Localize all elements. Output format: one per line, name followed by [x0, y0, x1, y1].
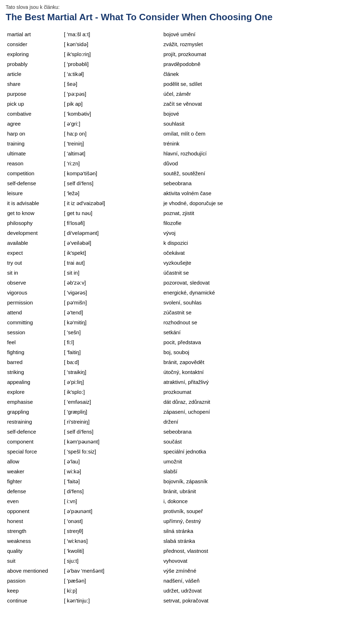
word-cell: striking: [6, 367, 63, 377]
phonetic-cell: [ ə'piːliŋ]: [63, 377, 162, 387]
phonetic-cell: [ 'pəːpəs]: [63, 89, 162, 99]
word-cell: expect: [6, 248, 63, 258]
word-cell: weakness: [6, 536, 63, 546]
phonetic-cell: [ fi'losəfi]: [63, 218, 162, 228]
phonetic-cell: [ pik ap]: [63, 99, 162, 109]
phonetic-cell: [ 'onəst]: [63, 516, 162, 526]
phonetic-cell: [ wiːkə]: [63, 467, 162, 477]
phonetic-cell: [ iːvn]: [63, 496, 162, 506]
phonetic-cell: [ ə'lau]: [63, 457, 162, 467]
table-row: consider[ kən'sidə]zvážit, rozmyslet: [6, 39, 335, 49]
translation-cell: útočný, kontaktní: [162, 367, 335, 377]
table-row: session[ 'sešn]setkání: [6, 327, 335, 337]
word-cell: allow: [6, 457, 63, 467]
phonetic-cell: [ ə'veiləbəl]: [63, 238, 162, 248]
word-cell: share: [6, 79, 63, 89]
phonetic-cell: [ sit in]: [63, 268, 162, 278]
word-cell: defense: [6, 486, 63, 496]
translation-cell: bojové umění: [162, 29, 335, 39]
phonetic-cell: [ 'sešn]: [63, 327, 162, 337]
word-cell: attend: [6, 308, 63, 318]
phonetic-cell: [ 'straikiŋ]: [63, 367, 162, 377]
phonetic-cell: [ fiːl]: [63, 337, 162, 347]
table-row: development[ di'veləpmənt]vývoj: [6, 228, 335, 238]
table-row: share[ šeə]podělit se, sdílet: [6, 79, 335, 89]
table-row: get to know[ get tu nəu]poznat, zjistit: [6, 208, 335, 218]
table-row: explore[ ik'sploː] prozkoumat: [6, 387, 335, 397]
word-cell: try out: [6, 258, 63, 268]
vocab-table: martial art[ 'maːšl aːt]bojové uměnícons…: [6, 29, 335, 606]
phonetic-cell: [ 'ležə]: [63, 188, 162, 198]
word-cell: consider: [6, 39, 63, 49]
translation-cell: bojovník, zápasník: [162, 477, 335, 486]
table-row: weaker[ wiːkə]slabší: [6, 467, 335, 477]
word-cell: explore: [6, 387, 63, 397]
word-cell: emphasise: [6, 397, 63, 407]
word-cell: ultimate: [6, 149, 63, 159]
translation-cell: energické, dynamické: [162, 288, 335, 298]
table-row: observe[ əb'zəːv]pozorovat, sledovat: [6, 278, 335, 288]
translation-cell: hlavní, rozhodující: [162, 149, 335, 159]
translation-cell: držení: [162, 417, 335, 427]
phonetic-cell: [ 'aːtikəl]: [63, 69, 162, 79]
table-row: probably[ 'probəbli]pravděpodobně: [6, 59, 335, 69]
table-row: continue[ kən'tinjuː]setrvat, pokračovat: [6, 596, 335, 606]
phonetic-cell: [ it iz əd'vaizəbəl]: [63, 198, 162, 208]
word-cell: article: [6, 69, 63, 79]
table-row: it is advisable[ it iz əd'vaizəbəl]je vh…: [6, 198, 335, 208]
phonetic-cell: [ 'græpliŋ]: [63, 407, 162, 417]
phonetic-cell: [ 'vigərəs]: [63, 288, 162, 298]
translation-cell: udržet, udržovat: [162, 586, 335, 596]
translation-cell: bránit, ubránit: [162, 486, 335, 496]
table-row: competition[ kompə'tišən]soutěž, soutěže…: [6, 169, 335, 178]
table-row: barred[ baːd]bránit, zapovědět: [6, 357, 335, 367]
table-row: passion[ 'pæšən]nadšení, vášeň: [6, 576, 335, 586]
phonetic-cell: [ ri'streiniŋ]: [63, 417, 162, 427]
word-cell: pick up: [6, 99, 63, 109]
translation-cell: účastnit se: [162, 268, 335, 278]
word-cell: leisure: [6, 188, 63, 198]
translation-cell: je vhodné, doporučuje se: [162, 198, 335, 208]
phonetic-cell: [ 'faitiŋ]: [63, 347, 162, 357]
table-row: weakness[ 'wiːknəs]slabá stránka: [6, 536, 335, 546]
table-row: leisure[ 'ležə]aktivita volném čase: [6, 188, 335, 198]
table-row: attend[ ə'tend]zúčastnit se: [6, 308, 335, 318]
word-cell: barred: [6, 357, 63, 367]
word-cell: restraining: [6, 417, 63, 427]
word-cell: component: [6, 437, 63, 447]
translation-cell: projít, prozkoumat: [162, 49, 335, 59]
table-row: special force[ 'spešl foːsiz]speciální j…: [6, 447, 335, 457]
word-cell: exploring: [6, 49, 63, 59]
word-cell: feel: [6, 337, 63, 347]
translation-cell: rozhodnout se: [162, 318, 335, 327]
table-row: feel[ fiːl]pocit, představa: [6, 337, 335, 347]
word-cell: philosophy: [6, 218, 63, 228]
phonetic-cell: [ ə'bav 'menšənt]: [63, 566, 162, 576]
translation-cell: vývoj: [162, 228, 335, 238]
translation-cell: trénink: [162, 139, 335, 149]
translation-cell: upřímný, čestný: [162, 516, 335, 526]
word-cell: self-defense: [6, 178, 63, 188]
translation-cell: zápasení, uchopení: [162, 407, 335, 417]
table-row: keep[ kiːp]udržet, udržovat: [6, 586, 335, 596]
translation-cell: nadšení, vášeň: [162, 576, 335, 586]
translation-cell: dát důraz, zdůraznit: [162, 397, 335, 407]
phonetic-cell: [ kə'mitiŋ]: [63, 318, 162, 327]
table-row: honest[ 'onəst]upřímný, čestný: [6, 516, 335, 526]
translation-cell: boj, souboj: [162, 347, 335, 357]
translation-cell: bránit, zapovědět: [162, 357, 335, 367]
word-cell: even: [6, 496, 63, 506]
phonetic-cell: [ trai aut]: [63, 258, 162, 268]
table-row: grappling[ 'græpliŋ]zápasení, uchopení: [6, 407, 335, 417]
word-cell: above mentioned: [6, 566, 63, 576]
translation-cell: bojové: [162, 109, 335, 119]
translation-cell: sebeobrana: [162, 178, 335, 188]
phonetic-cell: [ ik'sploːriŋ]: [63, 49, 162, 59]
translation-cell: k dispozici: [162, 238, 335, 248]
table-row: harp on[ haːp on]omílat, mlít o čem: [6, 129, 335, 139]
table-row: available[ ə'veiləbəl]k dispozici: [6, 238, 335, 248]
translation-cell: sebeobrana: [162, 427, 335, 437]
phonetic-cell: [ 'faitə]: [63, 477, 162, 486]
phonetic-cell: [ ə'griː]: [63, 119, 162, 129]
word-cell: harp on: [6, 129, 63, 139]
